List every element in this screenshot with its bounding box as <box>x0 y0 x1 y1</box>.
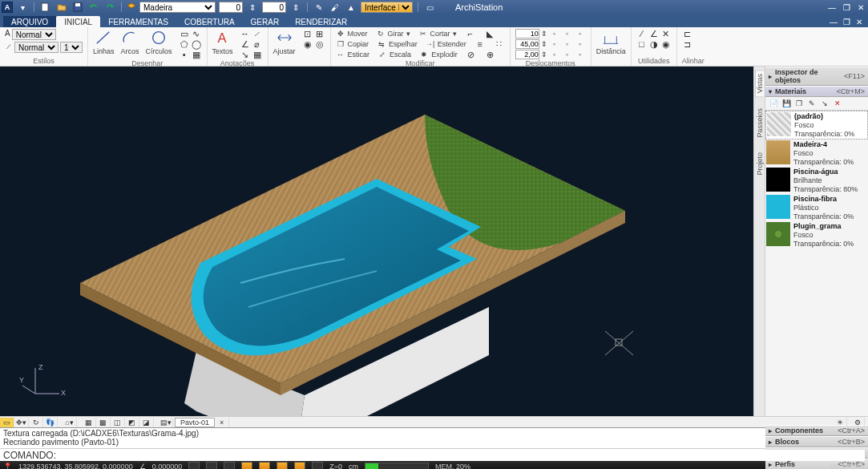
mat-save-icon[interactable]: 💾 <box>781 99 791 108</box>
view-walk-icon[interactable]: 👣 <box>43 418 58 427</box>
minimize-icon[interactable]: — <box>825 2 839 13</box>
distancia-button[interactable]: Distância <box>596 29 626 55</box>
mat-new-icon[interactable]: 📄 <box>769 99 778 108</box>
dim-align-icon[interactable]: ⟋ <box>252 29 263 38</box>
escala-button[interactable]: ⤢Escala <box>377 50 411 59</box>
panel-blocos[interactable]: ▸Blocos<Ctr+B> <box>765 436 868 447</box>
array-icon[interactable]: ∷ <box>494 39 505 49</box>
view-pan-icon[interactable]: ✥▾ <box>14 418 29 427</box>
d2b-icon[interactable]: ◦ <box>562 39 573 49</box>
u6-icon[interactable]: ◉ <box>660 39 672 49</box>
pav-close-icon[interactable]: × <box>215 418 229 427</box>
vm5-icon[interactable]: ◪ <box>139 418 154 427</box>
linhas-button[interactable]: Linhas <box>93 29 115 55</box>
toggle-polar[interactable] <box>259 462 270 469</box>
toggle-lwt[interactable] <box>312 462 323 469</box>
d3c-icon[interactable]: ◦ <box>575 50 586 59</box>
layer-select[interactable]: Madeira <box>139 2 216 13</box>
toggle-grid[interactable] <box>188 462 200 469</box>
vm4-icon[interactable]: ◩ <box>125 418 139 427</box>
copiar-button[interactable]: ❐Copiar <box>336 39 369 49</box>
u5-icon[interactable]: ◑ <box>648 39 660 49</box>
dim-radius-icon[interactable]: ⌀ <box>252 39 263 49</box>
textstyle-select[interactable]: Normal <box>12 29 56 40</box>
material-item[interactable]: Plugin_gramaFoscoTransparência: 0% <box>765 221 868 249</box>
sun-icon[interactable]: ☀ <box>833 418 847 427</box>
toggle-ortho[interactable] <box>224 462 235 469</box>
save-icon[interactable] <box>71 2 84 13</box>
toggle-snap[interactable] <box>206 462 217 469</box>
join-icon[interactable]: ⊕ <box>485 50 496 59</box>
spinner-1[interactable] <box>219 2 243 13</box>
3d-viewport[interactable]: Z X Y <box>0 67 753 416</box>
point-icon[interactable]: • <box>179 50 190 59</box>
rect-icon[interactable]: ▭ <box>179 29 190 38</box>
dimstyle-select[interactable]: Normal <box>14 42 59 53</box>
explodir-button[interactable]: ✸Explodir <box>419 50 458 59</box>
material-item[interactable]: (padrão)FoscoTransparência: 0% <box>765 111 868 139</box>
close-icon[interactable]: ✕ <box>854 2 868 13</box>
estender-button[interactable]: →|Estender <box>426 39 466 49</box>
tab-gerar[interactable]: GERAR <box>243 16 288 27</box>
app-icon[interactable]: A <box>2 2 13 13</box>
panel-materiais[interactable]: ▾Materiais<Ctr+M> <box>765 86 868 97</box>
sidetab-passeios[interactable]: Passeios <box>756 105 764 141</box>
view-home-icon[interactable]: ⌂▾ <box>63 418 77 427</box>
mat-delete-icon[interactable]: ✕ <box>833 99 842 108</box>
gear-icon[interactable]: ⚙ <box>850 418 865 427</box>
d2a-icon[interactable]: ◦ <box>549 39 560 49</box>
toggle-dyn[interactable] <box>294 462 305 469</box>
pencil-icon[interactable]: ✎ <box>313 2 325 13</box>
cortar-button[interactable]: ✂Cortar▾ <box>418 29 457 38</box>
desl-2[interactable] <box>515 39 539 49</box>
tab-ferramentas[interactable]: FERRAMENTAS <box>100 16 176 27</box>
u2-icon[interactable]: ∠ <box>648 29 660 38</box>
tab-renderizar[interactable]: RENDERIZAR <box>287 16 355 27</box>
d1b-icon[interactable]: ◦ <box>562 29 573 38</box>
mdi-close-icon[interactable]: ✕ <box>854 18 865 27</box>
view-orbit-icon[interactable]: ↻ <box>29 418 43 427</box>
mdi-restore-icon[interactable]: ❐ <box>841 18 852 27</box>
spinner-2[interactable] <box>262 2 286 13</box>
panel-inspector[interactable]: ▸Inspector de objetos<F11> <box>765 67 868 86</box>
sidetab-projeto[interactable]: Projeto <box>756 149 764 179</box>
material-item[interactable]: Madeira-4FoscoTransparência: 0% <box>765 139 868 167</box>
girar-button[interactable]: ↻Girar▾ <box>376 29 410 38</box>
u4-icon[interactable]: □ <box>636 39 648 49</box>
al4-icon[interactable]: ⊐ <box>682 39 693 49</box>
toggle-osnap[interactable] <box>241 462 252 469</box>
vm6-icon[interactable]: ▤▾ <box>159 418 173 427</box>
esticar-button[interactable]: ↔Esticar <box>336 50 370 59</box>
d2c-icon[interactable]: ◦ <box>575 39 586 49</box>
redo-icon[interactable] <box>103 2 116 13</box>
material-item[interactable]: Piscina-fibraPlásticoTransparência: 0% <box>765 194 868 221</box>
d3a-icon[interactable]: ◦ <box>549 50 560 59</box>
circulos-button[interactable]: Círculos <box>146 29 172 55</box>
toggle-track[interactable] <box>277 462 288 469</box>
view-2d-icon[interactable]: ▭ <box>0 418 14 427</box>
spinner-2-ctrl[interactable]: ⇕ <box>289 2 302 13</box>
ellipse-icon[interactable]: ◯ <box>191 39 202 49</box>
chamfer-icon[interactable]: ◣ <box>484 29 495 38</box>
maximize-icon[interactable]: ❐ <box>839 2 854 13</box>
desl-1[interactable] <box>515 29 539 38</box>
command-line[interactable]: COMANDO: <box>0 448 868 461</box>
mdi-minimize-icon[interactable]: — <box>828 18 839 27</box>
window-icon[interactable]: ▭ <box>423 2 436 13</box>
tab-file[interactable]: ARQUIVO <box>3 16 56 27</box>
d1c-icon[interactable]: ◦ <box>575 29 586 38</box>
dimsize-select[interactable]: 10 <box>60 42 83 53</box>
command-input[interactable] <box>56 450 865 461</box>
d1a-icon[interactable]: ◦ <box>549 29 560 38</box>
snap3-icon[interactable]: ◉ <box>302 39 313 49</box>
textos-button[interactable]: ATextos <box>212 29 233 55</box>
snap1-icon[interactable]: ⊡ <box>302 29 313 38</box>
ajustar-button[interactable]: Ajustar <box>273 29 296 55</box>
bucket-icon[interactable]: ▲ <box>345 2 357 13</box>
mat-dup-icon[interactable]: ❐ <box>794 99 804 108</box>
al1-icon[interactable]: ⊏ <box>682 29 693 38</box>
tab-cobertura[interactable]: COBERTURA <box>176 16 243 27</box>
spinner-1-ctrl[interactable]: ⇕ <box>246 2 259 13</box>
mat-import-icon[interactable]: ↘ <box>820 99 830 108</box>
u1-icon[interactable]: ∕ <box>636 29 648 38</box>
